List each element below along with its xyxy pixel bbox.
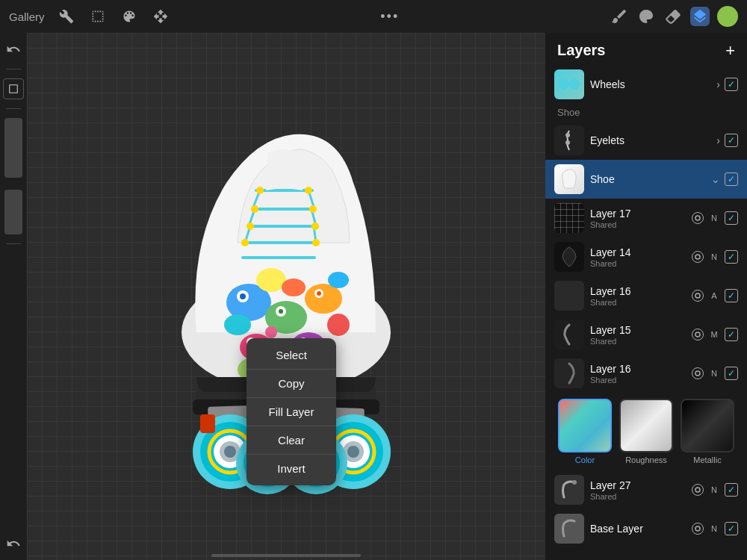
- svg-point-75: [695, 255, 700, 259]
- layer-row-wheels[interactable]: Wheels ›: [545, 65, 747, 104]
- slider-tool-1[interactable]: [4, 118, 22, 178]
- stylize-icon[interactable]: [120, 7, 139, 26]
- wrench-icon[interactable]: [57, 7, 76, 26]
- layer-controls-27: N: [692, 483, 738, 497]
- layer-row-14[interactable]: Layer 14 Shared N: [545, 237, 747, 276]
- layer-name-15: Layer 15: [590, 324, 686, 336]
- layer-checkbox-27[interactable]: [725, 483, 738, 497]
- layer-blend-16a: A: [708, 291, 720, 300]
- color-picker[interactable]: [717, 6, 738, 27]
- layer-controls-14: N: [692, 250, 738, 264]
- layer-row-16a[interactable]: Layer 16 Shared A: [545, 276, 747, 315]
- layer-thumb-16a: [554, 281, 584, 311]
- layer-checkbox-eyelets[interactable]: [725, 134, 738, 147]
- layer-settings-14[interactable]: [692, 251, 704, 263]
- layer-controls-wheels: ›: [716, 78, 738, 91]
- layer-checkbox-17[interactable]: [725, 211, 738, 225]
- brush-tool-icon[interactable]: [610, 7, 629, 26]
- layer-settings-15[interactable]: [692, 329, 704, 340]
- layer-info-16b: Layer 16 Shared: [590, 363, 686, 385]
- layer-blend-15: M: [708, 330, 720, 339]
- context-fill-layer[interactable]: Fill Layer: [247, 398, 336, 426]
- svg-rect-69: [200, 414, 215, 433]
- svg-point-71: [569, 79, 580, 90]
- undo-action-button[interactable]: [3, 533, 24, 554]
- layer-chevron-wheels[interactable]: ›: [716, 78, 720, 90]
- sidebar-separator-3: [6, 243, 21, 244]
- texture-roughness-thumb: [619, 399, 673, 452]
- smudge-tool-icon[interactable]: [636, 7, 656, 26]
- right-panel: Layers + Wheels › Shoe: [545, 33, 747, 560]
- left-sidebar: [0, 33, 27, 560]
- layer-chevron-eyelets[interactable]: ›: [716, 134, 720, 146]
- layer-name-16a: Layer 16: [590, 285, 686, 297]
- context-copy[interactable]: Copy: [247, 370, 336, 397]
- layer-settings-16b[interactable]: [692, 367, 704, 379]
- layer-settings-27[interactable]: [692, 484, 704, 496]
- layer-thumb-27: [554, 475, 584, 505]
- texture-row: Color Roughness Metallic: [545, 393, 747, 470]
- layer-settings-base[interactable]: [692, 523, 704, 535]
- svg-point-38: [309, 205, 317, 213]
- slider-tool-2[interactable]: [4, 190, 22, 234]
- layer-row-eyelets[interactable]: Eyelets ›: [545, 121, 747, 160]
- svg-point-72: [565, 133, 570, 137]
- layer-row-16b[interactable]: Layer 16 Shared N: [545, 354, 747, 393]
- layer-info-base: Base Layer: [590, 523, 686, 535]
- layer-info-17: Layer 17 Shared: [590, 208, 686, 229]
- layer-controls-17: N: [692, 211, 738, 225]
- context-select[interactable]: Select: [247, 341, 336, 369]
- layer-row-shoe[interactable]: Shoe ⌄: [545, 160, 747, 199]
- more-options[interactable]: •••: [380, 9, 399, 25]
- undo-button[interactable]: [3, 39, 24, 60]
- layer-chevron-shoe[interactable]: ⌄: [711, 173, 720, 185]
- texture-metallic[interactable]: Metallic: [677, 399, 738, 464]
- layer-row-base[interactable]: Base Layer N: [545, 509, 747, 548]
- layer-info-14: Layer 14 Shared: [590, 246, 686, 268]
- svg-point-22: [265, 326, 277, 338]
- layer-name-shoe: Shoe: [590, 173, 705, 185]
- layer-info-wheels: Wheels: [590, 78, 710, 90]
- selection-icon[interactable]: [88, 7, 108, 26]
- layer-checkbox-shoe[interactable]: [725, 172, 738, 186]
- canvas-scrollbar[interactable]: [211, 554, 361, 557]
- layer-info-16a: Layer 16 Shared: [590, 285, 686, 307]
- layer-name-wheels: Wheels: [590, 78, 710, 90]
- layer-settings-16a[interactable]: [692, 290, 704, 302]
- layer-row-27[interactable]: Layer 27 Shared N: [545, 470, 747, 509]
- eraser-tool-icon[interactable]: [663, 7, 683, 26]
- layers-title: Layers: [557, 42, 606, 59]
- svg-point-36: [305, 187, 312, 194]
- transform-icon[interactable]: [151, 7, 170, 26]
- gallery-button[interactable]: Gallery: [9, 10, 45, 23]
- layer-checkbox-wheels[interactable]: [725, 78, 738, 91]
- topbar: Gallery •••: [0, 0, 747, 33]
- context-clear[interactable]: Clear: [247, 426, 336, 454]
- texture-roughness[interactable]: Roughness: [616, 399, 677, 464]
- context-menu: Select Copy Fill Layer Clear Invert: [247, 338, 336, 485]
- canvas-tool-button[interactable]: [3, 78, 24, 99]
- layer-blend-16b: N: [708, 369, 720, 378]
- layer-row-15[interactable]: Layer 15 Shared M: [545, 315, 747, 354]
- layer-checkbox-15[interactable]: [725, 328, 738, 341]
- layer-checkbox-14[interactable]: [725, 250, 738, 264]
- svg-point-81: [695, 526, 700, 531]
- svg-point-39: [247, 223, 254, 230]
- layer-settings-17[interactable]: [692, 212, 704, 224]
- layer-row-17[interactable]: Layer 17 Shared N: [545, 199, 747, 237]
- layer-name-17: Layer 17: [590, 208, 686, 220]
- layers-tool-icon[interactable]: [690, 7, 710, 26]
- layer-sub-14: Shared: [590, 259, 686, 268]
- add-layer-button[interactable]: +: [725, 43, 735, 59]
- layer-checkbox-16b[interactable]: [725, 367, 738, 380]
- layer-sub-16b: Shared: [590, 376, 686, 385]
- svg-point-42: [312, 239, 320, 246]
- layer-thumb-eyelets: [554, 125, 584, 155]
- svg-point-78: [695, 371, 700, 376]
- layer-checkbox-base[interactable]: [725, 522, 738, 535]
- texture-color[interactable]: Color: [554, 399, 616, 464]
- context-invert[interactable]: Invert: [247, 455, 336, 482]
- svg-point-7: [305, 284, 342, 314]
- layer-checkbox-16a[interactable]: [725, 289, 738, 302]
- canvas-area[interactable]: Select Copy Fill Layer Clear Invert: [27, 33, 545, 560]
